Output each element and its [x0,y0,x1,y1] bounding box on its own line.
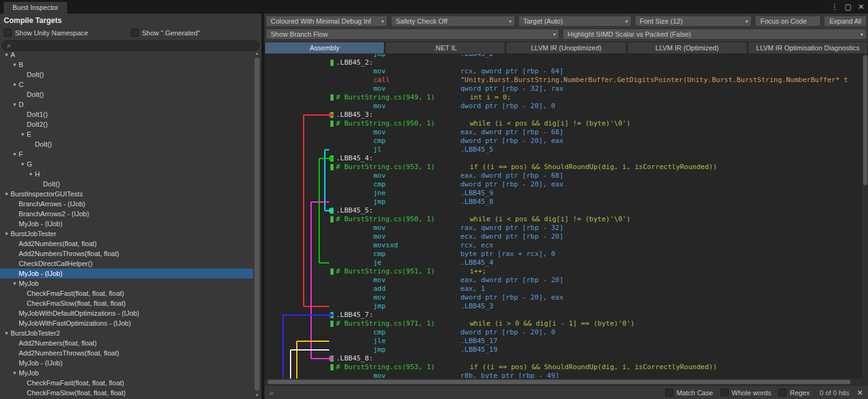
tree-item-checkfmaslow-float-float-float[interactable]: CheckFmaSlow(float, float, float) [0,298,253,308]
label: Target (Auto) [523,17,623,25]
tab-net-il[interactable]: .NET IL [385,42,505,54]
code-horizontal-scrollbar[interactable] [264,378,868,385]
tab-assembly[interactable]: Assembly [264,42,385,54]
chevron-down-icon: ▾ [861,32,863,37]
checkbox[interactable] [131,29,139,37]
asm-args: eax, dword ptr [rbp - 20] [460,276,564,285]
tab-llvm-ir-optimisation-diagnostics[interactable]: LLVM IR Optimisation Diagnostics [748,42,868,54]
foldout-icon[interactable]: ▼ [2,52,11,58]
tree-item-myjob[interactable]: ▼MyJob [0,278,253,288]
code-vertical-scrollbar-thumb[interactable] [863,55,867,185]
label: Expand All [829,17,861,25]
scroll-up-icon[interactable]: ▲ [253,50,261,57]
tree-item-g[interactable]: ▼G [0,159,253,169]
branch-flow-dropdown[interactable]: Show Branch Flow▾ [266,29,559,40]
window-tab[interactable]: Burst Inspector [4,2,67,14]
tree-item-brancharrows-ijob[interactable]: BranchArrows - (IJob) [0,199,253,209]
tree-item-label: Add2Numbers(float, float) [19,240,96,247]
tree-item-doit[interactable]: DoIt() [0,70,253,80]
tab-llvm-ir-unoptimized[interactable]: LLVM IR (Unoptimized) [506,42,626,54]
target-dropdown[interactable]: Target (Auto)▾ [518,16,632,27]
debug-info-dropdown[interactable]: Coloured With Minimal Debug Inf▾ [266,16,388,27]
tree-item-doit2[interactable]: DoIt2() [0,119,253,129]
tree-item-d[interactable]: ▼D [0,99,253,109]
find-input[interactable] [278,389,658,397]
match-case-checkbox[interactable] [665,388,673,397]
tab-llvm-ir-optimized[interactable]: LLVM IR (Optimized) [627,42,747,54]
foldout-icon[interactable]: ▼ [2,191,11,197]
tree-scrollbar[interactable]: ▲ ▼ [253,50,261,399]
tree-item-f[interactable]: ▼F [0,149,253,159]
tree-item-add2numbersthrows-float-float[interactable]: Add2NumbersThrows(float, float) [0,249,253,259]
tree-item-myjob-ijob[interactable]: MyJob - (IJob) [0,268,253,278]
tree-item-myjobwithfastoptimizations-ijob[interactable]: MyJobWithFastOptimizations - (IJob) [0,318,253,328]
foldout-icon[interactable]: ▼ [11,102,19,108]
tree-item-doit[interactable]: DoIt() [0,179,253,189]
font-size-dropdown[interactable]: Font Size (12)▾ [635,16,752,27]
tree-item-burstjobtester2[interactable]: ▼BurstJobTester2 [0,328,253,338]
tree-item-burstinspectorguitests[interactable]: ▼BurstInspectorGUITests [0,189,253,199]
toolbar-row-2: Show Branch Flow▾Highlight SIMD Scalar v… [264,29,868,40]
option-show-unity-namespace[interactable]: Show Unity Namespace [4,29,131,37]
tree-item-doit[interactable]: DoIt() [0,89,253,99]
code-line: movrax, qword ptr [rbp - 32] [264,224,862,232]
tree-item-add2numbers-float-float[interactable]: Add2Numbers(float, float) [0,239,253,249]
foldout-icon[interactable]: ▼ [27,172,35,177]
asm-args: dword ptr [rbp - 20], eax [460,137,564,145]
tree-item-burstjobtester[interactable]: ▼BurstJobTester [0,229,253,239]
whole-words-option[interactable]: Whole words [721,388,772,397]
code-line: # BurstString.cs(949, 1)int i = 0; [264,93,862,102]
whole-words-checkbox[interactable] [721,388,729,397]
maximize-icon[interactable]: ▢ [845,2,852,11]
asm-op: jmp [373,198,386,206]
asm-label: .LBB45_5: [336,206,373,215]
tree-item-doit[interactable]: DoIt() [0,139,253,149]
foldout-icon[interactable]: ▼ [11,62,19,68]
foldout-icon[interactable]: ▼ [11,152,19,157]
regex-checkbox[interactable] [778,388,786,397]
search-input[interactable] [14,42,254,50]
expand-all-button[interactable]: Expand All [824,16,867,27]
foldout-icon[interactable]: ▼ [2,331,11,336]
foldout-icon[interactable]: ▼ [19,132,27,137]
foldout-icon[interactable]: ▼ [2,231,11,237]
option-show-generated[interactable]: Show ".Generated" [131,29,258,37]
tree-item-checkfmaslow-float-float-float[interactable]: CheckFmaSlow(float, float, float) [0,388,253,398]
code-vertical-scrollbar[interactable] [862,54,868,378]
tree-item-myjob-ijob[interactable]: MyJob - (IJob) [0,358,253,368]
tree-item-myjob-ijob[interactable]: MyJob - (IJob) [0,219,253,229]
scroll-down-icon[interactable]: ▼ [253,392,261,399]
tree-item-a[interactable]: ▼A [0,50,253,60]
regex-option[interactable]: Regex [778,388,810,397]
tree-scrollbar-thumb[interactable] [254,58,259,391]
tree-item-e[interactable]: ▼E [0,129,253,139]
close-icon[interactable]: ✕ [857,388,863,397]
tree-item-add2numbersthrows-float-float[interactable]: Add2NumbersThrows(float, float) [0,348,253,358]
code-horizontal-scrollbar-thumb[interactable] [268,380,851,384]
tree-item-checkfmafast-float-float-float[interactable]: CheckFmaFast(float, float, float) [0,378,253,388]
focus-on-code-button[interactable]: Focus on Code [755,16,821,27]
foldout-icon[interactable]: ▼ [11,281,19,287]
tree-item-b[interactable]: ▼B [0,60,253,70]
tree-item-myjob[interactable]: ▼MyJob [0,368,253,378]
close-icon[interactable]: ✕ [858,2,864,11]
tree-item-checkfmafast-float-float-float[interactable]: CheckFmaFast(float, float, float) [0,288,253,298]
menu-icon[interactable]: ⋮ [831,2,839,11]
tree-item-doit1[interactable]: DoIt1() [0,109,253,119]
code-line: jmp.LBB45_2 [264,54,862,58]
tree-item-checkdirectcallhelper[interactable]: CheckDirectCallHelper() [0,259,253,268]
tree-item-add2numbers-float-float[interactable]: Add2Numbers(float, float) [0,338,253,348]
tree-item-c[interactable]: ▼C [0,80,253,89]
match-case-option[interactable]: Match Case [665,388,713,397]
safety-check-dropdown[interactable]: Safety Check Off▾ [391,16,515,27]
foldout-icon[interactable]: ▼ [11,370,19,376]
tree-item-myjobwithdefaultoptimizations-ijob[interactable]: MyJobWithDefaultOptimizations - (IJob) [0,308,253,318]
tree-item-brancharrows2-ijob[interactable]: BranchArrows2 - (IJob) [0,209,253,219]
foldout-icon[interactable]: ▼ [11,82,19,88]
code-line: cmpdword ptr [rbp - 20], eax [264,137,862,145]
simd-highlight-dropdown[interactable]: Highlight SIMD Scalar vs Packed (False)▾ [562,29,867,40]
source-code: i++; [470,267,487,276]
tree-item-h[interactable]: ▼H [0,169,253,179]
checkbox[interactable] [4,29,12,37]
foldout-icon[interactable]: ▼ [19,162,27,167]
